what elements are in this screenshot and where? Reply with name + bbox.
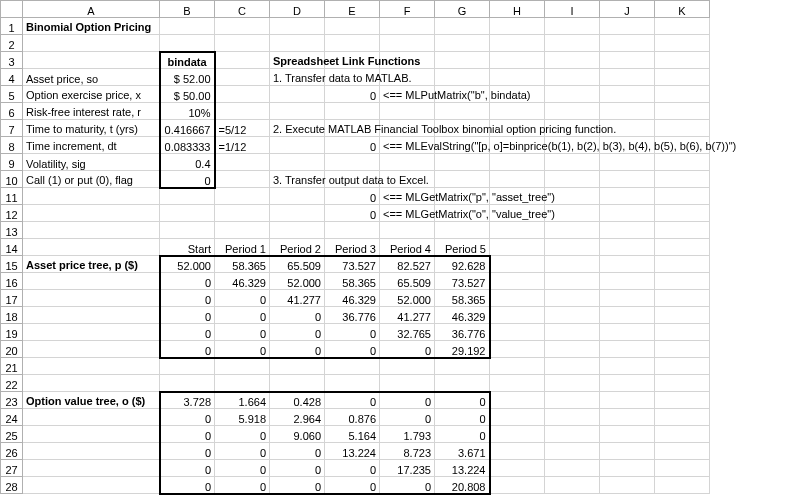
value-cell[interactable]: 10% [160,103,215,120]
price-tree-label[interactable]: Asset price tree, p ($) [23,256,160,273]
data-cell[interactable]: 46.329 [215,273,270,290]
data-cell[interactable]: 1.664 [215,392,270,409]
title-cell[interactable]: Binomial Option Pricing [23,18,160,35]
data-cell[interactable]: 0 [435,426,490,443]
row-header[interactable]: 14 [1,239,23,256]
value-tree-label[interactable]: Option value tree, o ($) [23,392,160,409]
col-header[interactable]: C [215,1,270,18]
data-cell[interactable]: 46.329 [435,307,490,324]
row-header[interactable]: 26 [1,443,23,460]
data-cell[interactable]: 9.060 [270,426,325,443]
data-cell[interactable]: 73.527 [325,256,380,273]
label-cell[interactable]: Time to maturity, t (yrs) [23,120,160,137]
row-header[interactable]: 2 [1,35,23,52]
data-cell[interactable]: 0 [380,341,435,358]
col-header[interactable]: I [545,1,600,18]
data-cell[interactable]: 82.527 [380,256,435,273]
data-cell[interactable]: 0 [160,324,215,341]
data-cell[interactable]: 1.793 [380,426,435,443]
col-header[interactable]: K [655,1,710,18]
data-cell[interactable]: 52.000 [270,273,325,290]
data-cell[interactable]: 0 [435,409,490,426]
data-cell[interactable]: 0 [160,443,215,460]
col-header[interactable]: D [270,1,325,18]
label-cell[interactable]: Option exercise price, x [23,86,160,103]
data-cell[interactable]: 92.628 [435,256,490,273]
code-cell[interactable]: <== MLPutMatrix("b", bindata) [380,86,435,103]
data-cell[interactable]: 65.509 [380,273,435,290]
row-header[interactable]: 5 [1,86,23,103]
data-cell[interactable]: 0.428 [270,392,325,409]
data-cell[interactable]: 0 [215,324,270,341]
data-cell[interactable]: 0 [215,460,270,477]
col-header[interactable]: G [435,1,490,18]
col-header[interactable]: A [23,1,160,18]
row-header[interactable]: 18 [1,307,23,324]
label-cell[interactable]: Volatility, sig [23,154,160,171]
data-cell[interactable]: 17.235 [380,460,435,477]
row-header[interactable]: 1 [1,18,23,35]
formula-cell[interactable]: =5/12 [215,120,270,137]
period-header[interactable]: Period 3 [325,239,380,256]
data-cell[interactable]: 0 [325,477,380,494]
corner-cell[interactable] [1,1,23,18]
period-header[interactable]: Period 2 [270,239,325,256]
row-header[interactable]: 15 [1,256,23,273]
step-cell[interactable]: 3. Transfer output data to Excel. [270,171,325,188]
label-cell[interactable]: Asset price, so [23,69,160,86]
period-header[interactable]: Period 1 [215,239,270,256]
row-header[interactable]: 19 [1,324,23,341]
data-cell[interactable]: 0 [215,426,270,443]
data-cell[interactable]: 73.527 [435,273,490,290]
label-cell[interactable]: Time increment, dt [23,137,160,154]
data-cell[interactable]: 41.277 [380,307,435,324]
data-cell[interactable]: 5.918 [215,409,270,426]
data-cell[interactable]: 0 [270,324,325,341]
data-cell[interactable]: 0 [160,307,215,324]
value-cell[interactable]: $ 50.00 [160,86,215,103]
col-header[interactable]: H [490,1,545,18]
formula-cell[interactable]: =1/12 [215,137,270,154]
row-header[interactable]: 25 [1,426,23,443]
row-header[interactable]: 16 [1,273,23,290]
data-cell[interactable]: 2.964 [270,409,325,426]
data-cell[interactable]: 0 [160,409,215,426]
data-cell[interactable]: 32.765 [380,324,435,341]
data-cell[interactable]: 20.808 [435,477,490,494]
row-header[interactable]: 13 [1,222,23,239]
row-header[interactable]: 7 [1,120,23,137]
return-cell[interactable]: 0 [325,188,380,205]
value-cell[interactable]: 0.083333 [160,137,215,154]
row-header[interactable]: 8 [1,137,23,154]
return-cell[interactable]: 0 [325,86,380,103]
data-cell[interactable]: 0 [270,477,325,494]
col-header[interactable]: J [600,1,655,18]
data-cell[interactable]: 0 [160,273,215,290]
data-cell[interactable]: 52.000 [380,290,435,307]
data-cell[interactable]: 0 [215,477,270,494]
label-cell[interactable]: Call (1) or put (0), flag [23,171,160,188]
data-cell[interactable]: 0 [270,341,325,358]
period-header[interactable]: Start [160,239,215,256]
row-header[interactable]: 20 [1,341,23,358]
data-cell[interactable]: 58.365 [325,273,380,290]
value-cell[interactable]: $ 52.00 [160,69,215,86]
data-cell[interactable]: 29.192 [435,341,490,358]
data-cell[interactable]: 0 [325,324,380,341]
col-header[interactable]: F [380,1,435,18]
data-cell[interactable]: 0 [325,392,380,409]
step-cell[interactable]: 2. Execute MATLAB Financial Toolbox bino… [270,120,325,137]
bindata-header[interactable]: bindata [160,52,215,69]
data-cell[interactable]: 58.365 [215,256,270,273]
row-header[interactable]: 4 [1,69,23,86]
row-header[interactable]: 27 [1,460,23,477]
row-header[interactable]: 24 [1,409,23,426]
col-header[interactable]: E [325,1,380,18]
row-header[interactable]: 21 [1,358,23,375]
data-cell[interactable]: 65.509 [270,256,325,273]
col-header[interactable]: B [160,1,215,18]
data-cell[interactable]: 0 [160,290,215,307]
data-cell[interactable]: 52.000 [160,256,215,273]
value-cell[interactable]: 0 [160,171,215,188]
data-cell[interactable]: 0 [160,460,215,477]
